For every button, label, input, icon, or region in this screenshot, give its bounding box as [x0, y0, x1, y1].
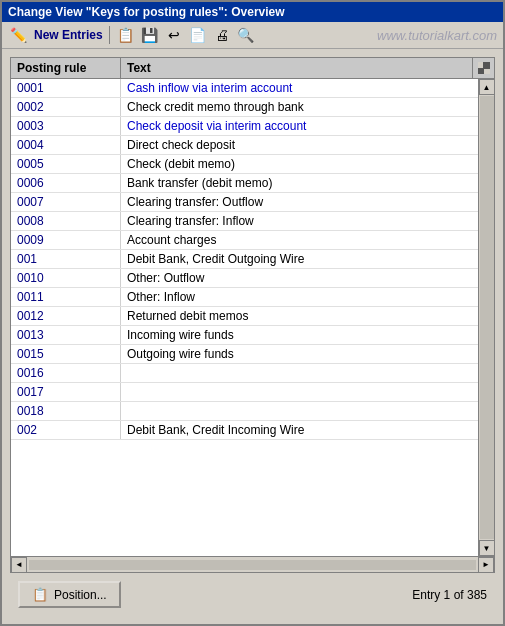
undo-icon[interactable]: ↩ [164, 25, 184, 45]
data-table: Posting rule Text 0001Cash inflow via in… [10, 57, 495, 573]
cell-text: Other: Inflow [121, 288, 478, 306]
scroll-right-button[interactable]: ► [478, 557, 494, 573]
cell-posting-rule: 0015 [11, 345, 121, 363]
watermark: www.tutorialkart.com [377, 28, 497, 43]
cell-text: Debit Bank, Credit Outgoing Wire [121, 250, 478, 268]
table-row[interactable]: 0017 [11, 383, 478, 402]
cell-posting-rule: 0017 [11, 383, 121, 401]
col-header-rule: Posting rule [11, 58, 121, 78]
toolbar: ✏️ New Entries 📋 💾 ↩ 📄 🖨 🔍 www.tutorialk… [2, 22, 503, 49]
cell-posting-rule: 0002 [11, 98, 121, 116]
main-content: Posting rule Text 0001Cash inflow via in… [2, 49, 503, 624]
cell-text: Other: Outflow [121, 269, 478, 287]
cell-posting-rule: 0018 [11, 402, 121, 420]
cell-text: Direct check deposit [121, 136, 478, 154]
cell-posting-rule: 0008 [11, 212, 121, 230]
cell-text: Check (debit memo) [121, 155, 478, 173]
cell-text [121, 383, 478, 401]
cell-posting-rule: 0001 [11, 79, 121, 97]
cell-text: Clearing transfer: Inflow [121, 212, 478, 230]
table-row[interactable]: 0001Cash inflow via interim account [11, 79, 478, 98]
new-entries-icon[interactable]: ✏️ [8, 25, 28, 45]
table-header: Posting rule Text [11, 58, 494, 79]
table-row[interactable]: 0015Outgoing wire funds [11, 345, 478, 364]
main-window: Change View "Keys for posting rules": Ov… [0, 0, 505, 626]
copy-icon[interactable]: 📋 [116, 25, 136, 45]
table-row[interactable]: 0002Check credit memo through bank [11, 98, 478, 117]
window-title: Change View "Keys for posting rules": Ov… [8, 5, 285, 19]
table-body[interactable]: 0001Cash inflow via interim account0002C… [11, 79, 478, 556]
table-row[interactable]: 0013Incoming wire funds [11, 326, 478, 345]
cell-posting-rule: 0011 [11, 288, 121, 306]
footer: 📋 Position... Entry 1 of 385 [10, 573, 495, 616]
table-row[interactable]: 0005Check (debit memo) [11, 155, 478, 174]
table-row[interactable]: 001Debit Bank, Credit Outgoing Wire [11, 250, 478, 269]
cell-text [121, 402, 478, 420]
table-body-wrapper: 0001Cash inflow via interim account0002C… [11, 79, 494, 556]
entry-info: Entry 1 of 385 [412, 588, 487, 602]
cell-text: Bank transfer (debit memo) [121, 174, 478, 192]
cell-posting-rule: 002 [11, 421, 121, 439]
cell-text: Clearing transfer: Outflow [121, 193, 478, 211]
find-icon[interactable]: 🔍 [236, 25, 256, 45]
horizontal-scrollbar[interactable]: ◄ ► [11, 556, 494, 572]
cell-text: Outgoing wire funds [121, 345, 478, 363]
scroll-left-button[interactable]: ◄ [11, 557, 27, 573]
cell-posting-rule: 0003 [11, 117, 121, 135]
new-entries-button[interactable]: New Entries [34, 28, 103, 42]
table-row[interactable]: 0006Bank transfer (debit memo) [11, 174, 478, 193]
table-row[interactable]: 002Debit Bank, Credit Incoming Wire [11, 421, 478, 440]
cell-posting-rule: 0009 [11, 231, 121, 249]
position-button[interactable]: 📋 Position... [18, 581, 121, 608]
cell-posting-rule: 0007 [11, 193, 121, 211]
cell-posting-rule: 0005 [11, 155, 121, 173]
scroll-up-button[interactable]: ▲ [479, 79, 495, 95]
cell-text: Check credit memo through bank [121, 98, 478, 116]
cell-text: Account charges [121, 231, 478, 249]
cell-posting-rule: 0012 [11, 307, 121, 325]
table-row[interactable]: 0008Clearing transfer: Inflow [11, 212, 478, 231]
vertical-scrollbar[interactable]: ▲ ▼ [478, 79, 494, 556]
cell-posting-rule: 0010 [11, 269, 121, 287]
hscroll-track [29, 560, 476, 570]
table-row[interactable]: 0007Clearing transfer: Outflow [11, 193, 478, 212]
scroll-down-button[interactable]: ▼ [479, 540, 495, 556]
cell-posting-rule: 001 [11, 250, 121, 268]
position-button-label: Position... [54, 588, 107, 602]
table-row[interactable]: 0011Other: Inflow [11, 288, 478, 307]
cell-text: Returned debit memos [121, 307, 478, 325]
table-row[interactable]: 0003Check deposit via interim account [11, 117, 478, 136]
cell-posting-rule: 0016 [11, 364, 121, 382]
table-row[interactable]: 0016 [11, 364, 478, 383]
table-row[interactable]: 0004Direct check deposit [11, 136, 478, 155]
table-row[interactable]: 0012Returned debit memos [11, 307, 478, 326]
cell-text: Debit Bank, Credit Incoming Wire [121, 421, 478, 439]
col-header-icon[interactable] [472, 58, 494, 78]
cell-text: Check deposit via interim account [121, 117, 478, 135]
cell-text: Cash inflow via interim account [121, 79, 478, 97]
cell-posting-rule: 0013 [11, 326, 121, 344]
table-row[interactable]: 0009Account charges [11, 231, 478, 250]
cell-posting-rule: 0004 [11, 136, 121, 154]
cell-posting-rule: 0006 [11, 174, 121, 192]
table-row[interactable]: 0010Other: Outflow [11, 269, 478, 288]
toolbar-separator-1 [109, 26, 110, 44]
print-icon[interactable]: 🖨 [212, 25, 232, 45]
position-icon: 📋 [32, 587, 48, 602]
cell-text: Incoming wire funds [121, 326, 478, 344]
table-row[interactable]: 0018 [11, 402, 478, 421]
cell-text [121, 364, 478, 382]
col-header-text: Text [121, 58, 472, 78]
save-icon[interactable]: 💾 [140, 25, 160, 45]
scroll-track [480, 96, 494, 539]
copy2-icon[interactable]: 📄 [188, 25, 208, 45]
title-bar: Change View "Keys for posting rules": Ov… [2, 2, 503, 22]
